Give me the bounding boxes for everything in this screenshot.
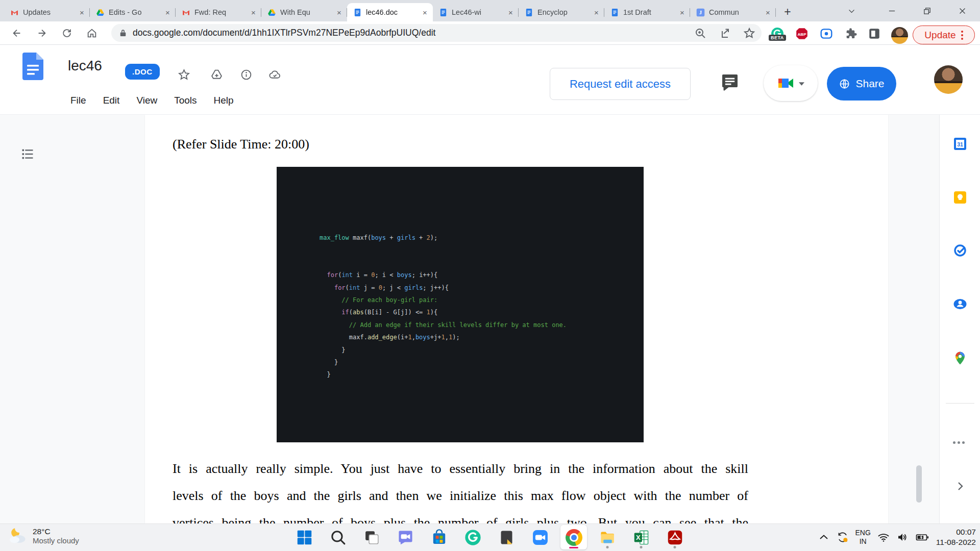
- browser-tab[interactable]: Updates×: [4, 3, 90, 21]
- adblock-plus-extension-icon[interactable]: ABP: [795, 27, 808, 40]
- clock[interactable]: 00:07 11-08-2022: [936, 527, 976, 547]
- volume-icon[interactable]: [896, 531, 909, 543]
- menu-help[interactable]: Help: [214, 95, 234, 106]
- code-screenshot-image: max_flow maxf(boys + girls + 2); for(int…: [277, 167, 644, 442]
- extensions-puzzle-icon[interactable]: [844, 27, 857, 40]
- browser-tab[interactable]: Fwd: Req×: [176, 3, 261, 21]
- google-docs-logo-icon[interactable]: [22, 53, 43, 80]
- tab-close-icon[interactable]: ×: [420, 8, 430, 17]
- tab-close-icon[interactable]: ×: [506, 8, 516, 17]
- language-indicator[interactable]: ENG IN: [855, 529, 871, 546]
- back-button[interactable]: [8, 24, 26, 42]
- bookmark-star-icon[interactable]: [743, 27, 755, 39]
- update-label: Update: [924, 30, 955, 41]
- taskbar-store-icon[interactable]: [426, 525, 452, 549]
- request-edit-access-button[interactable]: Request edit access: [550, 68, 691, 100]
- side-panel-calendar-icon[interactable]: 31: [952, 136, 968, 152]
- taskbar-weather-widget[interactable]: 28°C Mostly cloudy: [7, 525, 79, 546]
- sidebar-extension-icon[interactable]: [868, 27, 881, 40]
- tab-close-icon[interactable]: ×: [163, 8, 173, 17]
- hide-side-panel-icon[interactable]: [954, 480, 966, 492]
- browser-tab[interactable]: lec46.doc×: [347, 3, 433, 21]
- browser-tab-strip: Updates×Edits - Go×Fwd: Req×With Equ×lec…: [0, 0, 980, 21]
- doc-format-badge: .DOC: [125, 64, 160, 80]
- taskbar-zoomapp-icon[interactable]: [527, 525, 553, 549]
- tab-close-icon[interactable]: ×: [249, 8, 258, 17]
- tab-close-icon[interactable]: ×: [592, 8, 601, 17]
- code-line: maxf.add_edge(i+1,boys+j+1,1);: [320, 331, 567, 343]
- tab-close-icon[interactable]: ×: [334, 8, 344, 17]
- window-restore-button[interactable]: [915, 0, 939, 21]
- tab-close-icon[interactable]: ×: [77, 8, 87, 17]
- svg-text:ABP: ABP: [797, 32, 806, 37]
- star-document-icon[interactable]: [178, 68, 190, 81]
- share-page-icon[interactable]: [719, 27, 731, 39]
- code-line: // For each boy-girl pair:: [320, 294, 567, 306]
- taskbar-start-icon[interactable]: [291, 525, 317, 549]
- menu-edit[interactable]: Edit: [103, 95, 120, 106]
- tab-close-icon[interactable]: ×: [677, 8, 687, 17]
- address-bar[interactable]: docs.google.com/document/d/1hh1IXTlrPSVm…: [111, 24, 762, 42]
- taskbar-notes-icon[interactable]: [493, 525, 520, 549]
- side-panel-tasks-icon[interactable]: [952, 243, 968, 258]
- browser-tab[interactable]: JCommun×: [690, 3, 776, 21]
- document-canvas: (Refer Slide Time: 20:00) max_flow maxf(…: [0, 115, 980, 523]
- taskbar-chat-icon[interactable]: [392, 525, 419, 549]
- browser-tab[interactable]: With Equ×: [261, 3, 347, 21]
- browser-tab[interactable]: Lec46-wi×: [433, 3, 519, 21]
- tab-close-icon[interactable]: ×: [763, 8, 773, 17]
- wifi-icon[interactable]: [877, 531, 890, 543]
- slide-time-reference: (Refer Slide Time: 20:00): [173, 137, 309, 152]
- document-page[interactable]: (Refer Slide Time: 20:00) max_flow maxf(…: [145, 115, 888, 523]
- side-panel-keep-icon[interactable]: [952, 190, 968, 205]
- docs-profile-avatar[interactable]: [934, 65, 963, 94]
- tab-label: Encyclop: [537, 8, 587, 16]
- code-line: }: [320, 344, 567, 356]
- tab-label: Updates: [23, 8, 73, 16]
- show-outline-icon[interactable]: [20, 147, 35, 161]
- home-button[interactable]: [83, 24, 101, 42]
- comment-history-icon[interactable]: [720, 72, 740, 92]
- get-add-ons-icon[interactable]: [953, 441, 965, 444]
- zoom-page-icon[interactable]: [694, 27, 706, 39]
- taskbar-excel-icon[interactable]: X: [628, 525, 654, 549]
- taskbar-taskview-icon[interactable]: [358, 525, 385, 549]
- hidden-icons-chevron-icon[interactable]: [818, 531, 830, 543]
- docs-favicon-icon: [610, 8, 619, 17]
- reload-button[interactable]: [58, 24, 76, 42]
- side-panel-maps-icon[interactable]: [952, 350, 968, 366]
- battery-icon[interactable]: [915, 531, 929, 543]
- browser-tab[interactable]: 1st Draft×: [604, 3, 690, 21]
- browser-profile-avatar[interactable]: [891, 27, 908, 44]
- code-line: }: [320, 356, 567, 368]
- side-panel-contacts-icon[interactable]: [952, 296, 968, 312]
- browser-tab[interactable]: Edits - Go×: [90, 3, 176, 21]
- share-button[interactable]: Share: [827, 67, 896, 101]
- docs-menubar: FileEditViewToolsHelp: [70, 95, 234, 106]
- taskbar-grammarly-icon[interactable]: [459, 525, 486, 549]
- join-meet-button[interactable]: [764, 65, 818, 101]
- browser-tab[interactable]: Encyclop×: [519, 3, 604, 21]
- menu-view[interactable]: View: [136, 95, 157, 106]
- tab-search-chevron-icon[interactable]: [840, 0, 863, 21]
- taskbar-chrome-icon[interactable]: [560, 525, 587, 549]
- taskbar-explorer-icon[interactable]: [594, 525, 621, 549]
- window-close-button[interactable]: [950, 0, 974, 21]
- menu-file[interactable]: File: [70, 95, 86, 106]
- window-minimize-button[interactable]: [880, 0, 903, 21]
- document-scrollbar-thumb[interactable]: [916, 465, 922, 503]
- drive-favicon-icon: [96, 8, 105, 17]
- sync-update-icon[interactable]: [837, 531, 849, 543]
- tab-label: Fwd: Req: [194, 8, 244, 16]
- chrome-update-button[interactable]: Update: [913, 26, 975, 44]
- document-title[interactable]: lec46: [68, 58, 102, 74]
- menu-tools[interactable]: Tools: [174, 95, 197, 106]
- forward-button[interactable]: [33, 24, 51, 42]
- taskbar-acrobat-icon[interactable]: [662, 525, 688, 549]
- move-to-drive-icon[interactable]: [210, 68, 223, 81]
- cloud-saved-icon[interactable]: [268, 68, 281, 81]
- new-tab-button[interactable]: +: [780, 4, 795, 19]
- document-status-info-icon[interactable]: [240, 68, 253, 81]
- picture-in-picture-extension-icon[interactable]: [820, 27, 833, 40]
- taskbar-search-icon[interactable]: [325, 525, 351, 549]
